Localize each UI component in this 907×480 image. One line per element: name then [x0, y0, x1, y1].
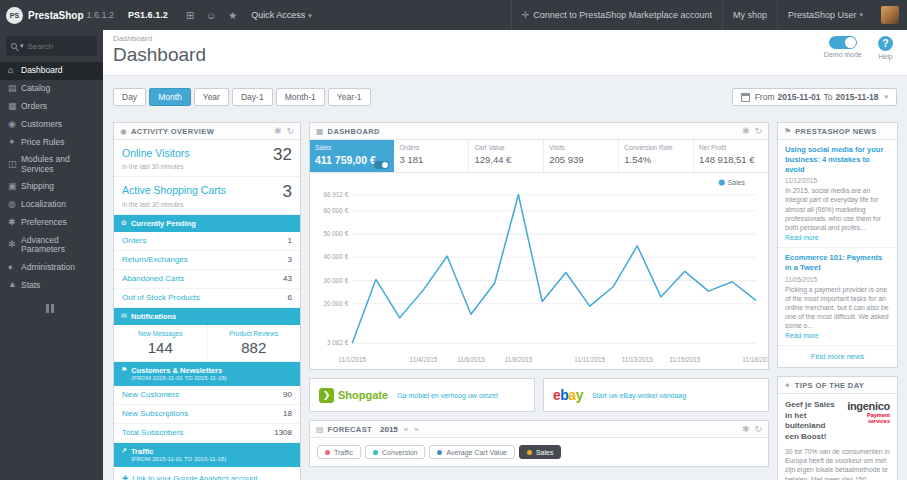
sidebar-item-shipping[interactable]: ▣Shipping — [0, 178, 103, 196]
sidebar-item-modules-and-services[interactable]: ◫Modules and Services — [0, 151, 103, 178]
news-article-title[interactable]: Using social media for your business: 4 … — [785, 145, 890, 174]
shopgate-link[interactable]: Ga mobiel en verhoog uw omzet — [397, 392, 498, 399]
customers-row-new-subscriptions[interactable]: New Subscriptions18 — [114, 405, 300, 424]
forecast-legend-sales[interactable]: Sales — [519, 445, 562, 459]
breadcrumb[interactable]: Dashboard — [113, 34, 897, 43]
panel-settings-icon[interactable]: ✱ — [742, 425, 750, 434]
google-analytics-link[interactable]: ✚ Link to your Google Analytics account — [114, 467, 300, 480]
prev-year-button[interactable]: « — [404, 425, 408, 434]
find-more-news-link[interactable]: Find more news — [778, 346, 897, 367]
svg-text:11/1/2015: 11/1/2015 — [338, 356, 366, 363]
customers-icon: ◉ — [8, 120, 21, 130]
sidebar-collapse-button[interactable] — [46, 304, 58, 313]
sidebar-item-price-rules[interactable]: ✦Price Rules — [0, 134, 103, 152]
help-icon[interactable]: ? — [878, 36, 893, 51]
pending-row-return-exchanges[interactable]: Return/Exchanges3 — [114, 251, 300, 270]
panel-settings-icon[interactable]: ✱ — [274, 127, 282, 136]
sidebar-item-localization[interactable]: ◍Localization — [0, 196, 103, 214]
legend-dot-icon — [325, 450, 330, 455]
filter-button-day-1[interactable]: Day-1 — [232, 88, 273, 106]
customers-row-total-subscribers[interactable]: Total Subscribers1308 — [114, 424, 300, 443]
user-menu[interactable]: PrestaShop User▾ — [777, 0, 873, 30]
search-scope-chevron-icon[interactable]: ▾ — [20, 42, 24, 50]
search-input[interactable] — [28, 42, 83, 51]
pending-row-orders[interactable]: Orders1 — [114, 232, 300, 251]
sidebar-search[interactable]: ▾ — [6, 36, 97, 56]
kpi-toggle-switch[interactable] — [374, 161, 389, 169]
kpi-sales[interactable]: Sales411 759,00 € — [310, 140, 394, 172]
filter-button-year-1[interactable]: Year-1 — [328, 88, 371, 106]
row-value: 6 — [288, 293, 292, 302]
sidebar-item-customers[interactable]: ◉Customers — [0, 116, 103, 134]
online-visitors-stat[interactable]: Online Visitors 32 in the last 30 minute… — [114, 140, 300, 177]
news-read-more-link[interactable]: Read more — [785, 332, 890, 339]
kpi-orders[interactable]: Orders3 181 — [394, 140, 469, 172]
activity-icon: ◉ — [120, 127, 127, 136]
filter-button-day[interactable]: Day — [113, 88, 146, 106]
clock-icon: ⊙ — [121, 219, 127, 227]
filter-button-year[interactable]: Year — [194, 88, 229, 106]
sidebar-item-label: Preferences — [21, 218, 67, 227]
chevron-down-icon: ▾ — [884, 93, 888, 101]
ebay-link[interactable]: Start uw eBay-winkel vandaag — [592, 392, 686, 399]
sales-line-chart-svg: 66 912 €60 000 €50 000 €40 000 €30 000 €… — [310, 173, 768, 369]
next-year-button[interactable]: » — [414, 425, 418, 434]
shopgate-ad[interactable]: ❯ Shopgate Ga mobiel en verhoog uw omzet — [309, 378, 535, 412]
date-range-picker[interactable]: From2015-11-01 To2015-11-18 ▾ — [732, 88, 897, 106]
ebay-ad[interactable]: ebay Start uw eBay-winkel vandaag — [543, 378, 769, 412]
pending-row-abandoned-carts[interactable]: Abandoned Carts43 — [114, 270, 300, 289]
panel-refresh-icon[interactable]: ↻ — [754, 127, 762, 136]
ingenico-logo[interactable]: ingenico Payment services — [844, 400, 890, 442]
kpi-conversion-rate[interactable]: Conversion Rate1.54% — [619, 140, 694, 172]
row-value: 1308 — [274, 428, 292, 437]
trophy-icon[interactable]: ★ — [228, 10, 237, 21]
news-article-title[interactable]: Ecommerce 101: Payments in a Tweet — [785, 253, 890, 273]
news-read-more-link[interactable]: Read more — [785, 234, 890, 241]
panel-settings-icon[interactable]: ✱ — [742, 127, 750, 136]
quick-access-menu[interactable]: Quick Access▾ — [251, 10, 312, 20]
cart-icon[interactable]: ⊞ — [186, 10, 194, 21]
filter-row: DayMonthYearDay-1Month-1Year-1 From2015-… — [113, 88, 897, 106]
link-icon: ✚ — [122, 474, 128, 480]
pending-row-out-of-stock-products[interactable]: Out of Stock Products6 — [114, 289, 300, 308]
sidebar-item-orders[interactable]: ▦Orders — [0, 98, 103, 116]
news-list: Using social media for your business: 4 … — [778, 140, 897, 346]
news-flag-icon: ⚑ — [784, 127, 791, 136]
panel-refresh-icon[interactable]: ↻ — [286, 127, 294, 136]
sidebar: ▾ ⌂Dashboard▤Catalog▦Orders◉Customers✦Pr… — [0, 30, 103, 480]
active-carts-stat[interactable]: Active Shopping Carts 3 in the last 30 m… — [114, 177, 300, 214]
demo-mode-label: Demo mode — [824, 51, 862, 58]
forecast-year[interactable]: 2015 — [380, 425, 398, 434]
prestashop-logo-icon[interactable]: PS — [6, 7, 23, 24]
demo-mode-toggle[interactable] — [829, 36, 857, 49]
sidebar-item-label: Price Rules — [21, 138, 64, 147]
kpi-visits[interactable]: Visits205 939 — [544, 140, 619, 172]
notification-cells: New Messages144Product Reviews882 — [114, 325, 300, 362]
panel-refresh-icon[interactable]: ↻ — [754, 425, 762, 434]
date-to: 2015-11-18 — [835, 92, 878, 102]
forecast-legend-traffic[interactable]: Traffic — [317, 445, 361, 459]
shop-name[interactable]: PS1.6.1.2 — [128, 10, 168, 20]
marketplace-link[interactable]: ✛ Connect to PrestaShop Marketplace acco… — [511, 0, 722, 30]
sidebar-item-label: Customers — [21, 120, 62, 129]
notification-product-reviews[interactable]: Product Reviews882 — [208, 325, 301, 361]
main-content: Dashboard Dashboard Demo mode ? Help Day… — [103, 30, 907, 480]
kpi-net-profit[interactable]: Net Profit148 918,51 € — [694, 140, 768, 172]
customers-row-new-customers[interactable]: New Customers90 — [114, 386, 300, 405]
kpi-cart-value[interactable]: Cart Value129,44 € — [469, 140, 544, 172]
filter-button-month-1[interactable]: Month-1 — [276, 88, 325, 106]
sidebar-item-stats[interactable]: ▲Stats — [0, 276, 103, 294]
sidebar-item-preferences[interactable]: ✱Preferences — [0, 214, 103, 232]
filter-button-month[interactable]: Month — [149, 88, 191, 106]
sidebar-item-advanced-parameters[interactable]: ✻Advanced Parameters — [0, 232, 103, 259]
sidebar-item-administration[interactable]: ♦Administration — [0, 259, 103, 277]
notification-new-messages[interactable]: New Messages144 — [114, 325, 208, 361]
stats-chart-icon: ▲ — [8, 280, 21, 290]
forecast-legend-conversion[interactable]: Conversion — [365, 445, 425, 459]
my-shop-link[interactable]: My shop — [722, 0, 777, 30]
user-avatar[interactable] — [881, 6, 899, 24]
forecast-legend-average-cart-value[interactable]: Average Cart Value — [429, 445, 514, 459]
sidebar-item-catalog[interactable]: ▤Catalog — [0, 80, 103, 98]
customer-icon[interactable]: ☺ — [206, 10, 216, 21]
sidebar-item-dashboard[interactable]: ⌂Dashboard — [0, 62, 103, 80]
